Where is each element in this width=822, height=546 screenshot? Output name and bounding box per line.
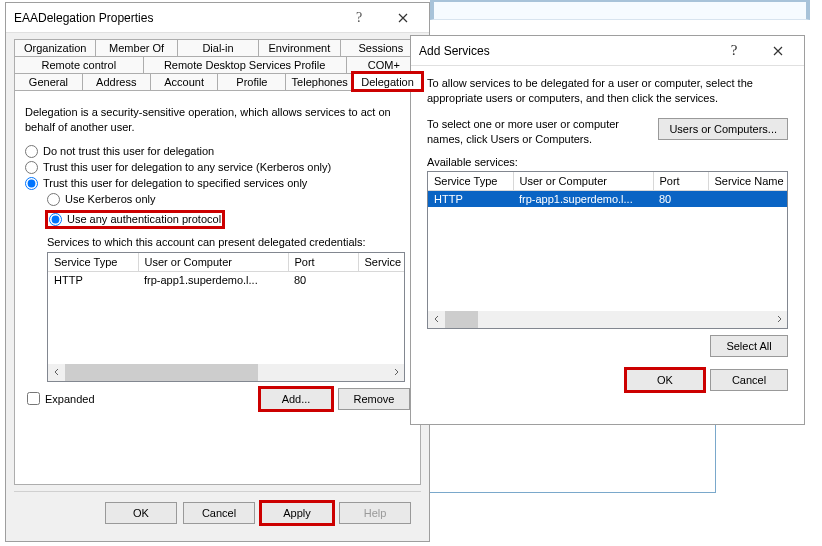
radio-trust-specified[interactable]: Trust this user for delegation to specif… (25, 177, 410, 190)
radio-trust-specified-input[interactable] (25, 177, 38, 190)
add-button[interactable]: Add... (260, 388, 332, 410)
close-icon (773, 46, 783, 56)
tab-environment[interactable]: Environment (258, 39, 340, 56)
col-service-name[interactable]: Service Name (708, 172, 788, 191)
window-title: Add Services (419, 44, 712, 58)
instructions-text: To allow services to be delegated for a … (427, 76, 788, 107)
expanded-checkbox[interactable]: Expanded (27, 392, 95, 405)
scroll-track[interactable] (65, 364, 387, 381)
radio-trust-specified-label: Trust this user for delegation to specif… (43, 177, 307, 189)
select-all-button[interactable]: Select All (710, 335, 788, 357)
help-button[interactable]: Help (339, 502, 411, 524)
tab-row-1: Organization Member Of Dial-in Environme… (14, 39, 421, 56)
cell-user-computer: frp-app1.superdemo.l... (138, 271, 288, 288)
dialog-buttons: OK Cancel Apply Help (14, 491, 421, 524)
radio-kerberos-only-label: Use Kerberos only (65, 193, 156, 205)
cell-port: 80 (653, 190, 708, 207)
cancel-button[interactable]: Cancel (710, 369, 788, 391)
delegation-tab-panel: Delegation is a security-sensitive opera… (14, 90, 421, 485)
radio-any-auth[interactable]: Use any authentication protocol (47, 212, 223, 227)
close-button[interactable] (381, 4, 425, 32)
help-button[interactable]: ? (712, 42, 756, 59)
chevron-right-icon (775, 315, 783, 323)
radio-do-not-trust-label: Do not trust this user for delegation (43, 145, 214, 157)
expanded-label: Expanded (45, 393, 95, 405)
chevron-left-icon (433, 315, 441, 323)
horizontal-scrollbar[interactable] (428, 311, 787, 328)
col-service-type[interactable]: Service Type (48, 253, 138, 272)
window-title: EAADelegation Properties (14, 11, 337, 25)
users-or-computers-button[interactable]: Users or Computers... (658, 118, 788, 140)
tab-rds-profile[interactable]: Remote Desktop Services Profile (143, 56, 347, 73)
cell-service-type: HTTP (428, 190, 513, 207)
tab-row-2: Remote control Remote Desktop Services P… (14, 56, 421, 73)
table-row[interactable]: HTTP frp-app1.superdemo.l... 80 (48, 271, 405, 288)
scroll-right-arrow[interactable] (770, 311, 787, 328)
available-services-label: Available services: (427, 156, 788, 168)
radio-kerberos-only[interactable]: Use Kerberos only (47, 193, 410, 206)
radio-do-not-trust-input[interactable] (25, 145, 38, 158)
cancel-button[interactable]: Cancel (183, 502, 255, 524)
radio-trust-any[interactable]: Trust this user for delegation to any se… (25, 161, 410, 174)
radio-trust-any-label: Trust this user for delegation to any se… (43, 161, 331, 173)
services-list-label: Services to which this account can prese… (47, 236, 410, 248)
radio-trust-any-input[interactable] (25, 161, 38, 174)
scroll-left-arrow[interactable] (428, 311, 445, 328)
delegation-properties-dialog: EAADelegation Properties ? Organization … (5, 2, 430, 542)
apply-button[interactable]: Apply (261, 502, 333, 524)
radio-any-auth-label: Use any authentication protocol (67, 213, 221, 225)
col-user-computer[interactable]: User or Computer (513, 172, 653, 191)
col-service-name[interactable]: Service N... (358, 253, 405, 272)
tab-member-of[interactable]: Member Of (95, 39, 177, 56)
dialog-buttons: OK Cancel (427, 369, 788, 391)
col-user-computer[interactable]: User or Computer (138, 253, 288, 272)
ok-button[interactable]: OK (105, 502, 177, 524)
cell-port: 80 (288, 271, 358, 288)
close-icon (398, 13, 408, 23)
cell-user-computer: frp-app1.superdemo.l... (513, 190, 653, 207)
tab-general[interactable]: General (14, 73, 83, 90)
titlebar[interactable]: Add Services ? (411, 36, 804, 66)
col-service-type[interactable]: Service Type (428, 172, 513, 191)
chevron-left-icon (53, 368, 61, 376)
tab-remote-control[interactable]: Remote control (14, 56, 144, 73)
scroll-thumb[interactable] (65, 364, 258, 381)
scroll-left-arrow[interactable] (48, 364, 65, 381)
services-table[interactable]: Service Type User or Computer Port Servi… (47, 252, 405, 382)
tab-delegation[interactable]: Delegation (353, 73, 422, 90)
background-ribbon (430, 0, 810, 20)
tab-profile[interactable]: Profile (217, 73, 286, 90)
question-icon: ? (356, 10, 362, 26)
expanded-checkbox-input[interactable] (27, 392, 40, 405)
tab-organization[interactable]: Organization (14, 39, 96, 56)
scroll-thumb[interactable] (445, 311, 478, 328)
tab-dial-in[interactable]: Dial-in (177, 39, 259, 56)
close-button[interactable] (756, 37, 800, 65)
scroll-track[interactable] (445, 311, 770, 328)
available-services-table[interactable]: Service Type User or Computer Port Servi… (427, 171, 788, 329)
help-button[interactable]: ? (337, 4, 381, 32)
table-row[interactable]: HTTP frp-app1.superdemo.l... 80 (428, 190, 788, 207)
cell-service-type: HTTP (48, 271, 138, 288)
col-port[interactable]: Port (288, 253, 358, 272)
delegation-description: Delegation is a security-sensitive opera… (25, 105, 410, 135)
tab-telephones[interactable]: Telephones (285, 73, 354, 90)
horizontal-scrollbar[interactable] (48, 364, 404, 381)
tab-row-3: General Address Account Profile Telephon… (14, 73, 421, 90)
radio-do-not-trust[interactable]: Do not trust this user for delegation (25, 145, 410, 158)
question-icon: ? (731, 42, 738, 59)
radio-kerberos-only-input[interactable] (47, 193, 60, 206)
tab-account[interactable]: Account (150, 73, 219, 90)
scroll-right-arrow[interactable] (387, 364, 404, 381)
titlebar[interactable]: EAADelegation Properties ? (6, 3, 429, 33)
background-frame (402, 423, 716, 493)
cell-service-name (358, 271, 405, 288)
users-computers-hint: To select one or more user or computer n… (427, 117, 650, 148)
ok-button[interactable]: OK (626, 369, 704, 391)
radio-any-auth-input[interactable] (49, 213, 62, 226)
chevron-right-icon (392, 368, 400, 376)
remove-button[interactable]: Remove (338, 388, 410, 410)
col-port[interactable]: Port (653, 172, 708, 191)
tab-address[interactable]: Address (82, 73, 151, 90)
add-services-dialog: Add Services ? To allow services to be d… (410, 35, 805, 425)
